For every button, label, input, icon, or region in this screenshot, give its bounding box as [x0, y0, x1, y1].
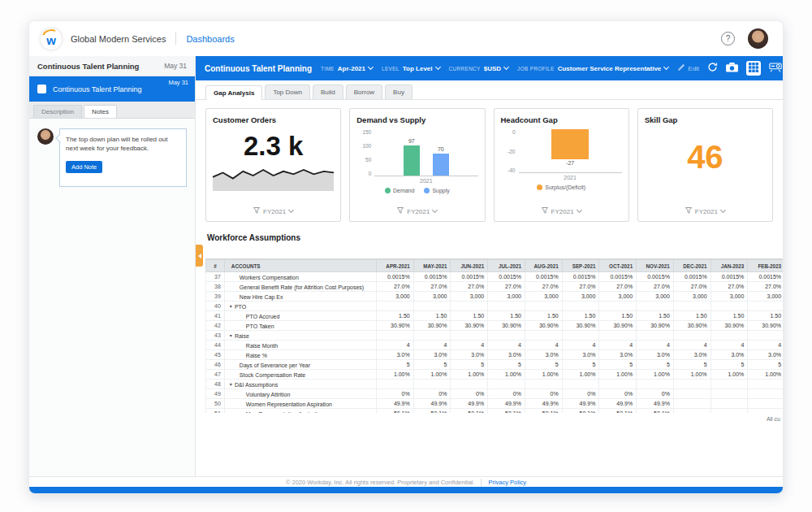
cell-value[interactable]: 30.90%: [599, 321, 637, 331]
cell-value[interactable]: 1.50: [488, 311, 525, 321]
cell-value[interactable]: [599, 331, 637, 341]
cell-value[interactable]: 1.00%: [377, 370, 414, 380]
cell-value[interactable]: 5: [488, 360, 525, 370]
cell-value[interactable]: 4: [748, 341, 783, 350]
cell-value[interactable]: 30.90%: [710, 321, 748, 331]
cell-value[interactable]: 1.00%: [637, 370, 674, 380]
cell-value[interactable]: 3.0%: [599, 350, 637, 360]
cell-value[interactable]: 3,000: [748, 292, 783, 302]
table-row[interactable]: 44Raise Month444444444444: [206, 341, 784, 350]
cell-value[interactable]: 27.0%: [525, 282, 562, 292]
cell-value[interactable]: 30.90%: [637, 321, 674, 331]
table-row[interactable]: 39New Hire Cap Ex3,0003,0003,0003,0003,0…: [206, 292, 784, 302]
tab-gap-analysis[interactable]: Gap Analysis: [205, 85, 262, 100]
table-row[interactable]: 37Workers Compensation0.0015%0.0015%0.00…: [206, 272, 784, 282]
cell-value[interactable]: 5: [748, 360, 783, 370]
workforce-table-container[interactable]: #ACCOUNTSAPR-2021MAY-2021JUN-2021JUL-202…: [205, 258, 783, 413]
cell-value[interactable]: 3,000: [562, 292, 599, 302]
table-row[interactable]: 48▾D&I Assumptions: [206, 380, 784, 389]
cell-value[interactable]: 4: [451, 341, 488, 350]
cell-value[interactable]: 1.50: [525, 311, 562, 321]
cell-value[interactable]: 49.9%: [451, 399, 488, 409]
cell-value[interactable]: [673, 331, 710, 341]
cell-value[interactable]: [562, 380, 599, 389]
tab-build[interactable]: Build: [313, 85, 343, 99]
cell-value[interactable]: 1.50: [748, 311, 783, 321]
table-row[interactable]: 46Days of Severance per Year555555555555: [206, 360, 784, 370]
cell-value[interactable]: [488, 331, 525, 341]
cell-value[interactable]: 4: [637, 341, 674, 350]
cell-value[interactable]: 3.0%: [413, 350, 451, 360]
deficit-bar[interactable]: [551, 129, 589, 159]
cell-value[interactable]: [748, 380, 783, 389]
cell-value[interactable]: 4: [488, 341, 525, 350]
user-avatar[interactable]: [748, 28, 768, 49]
privacy-policy-link[interactable]: Privacy Policy: [488, 479, 526, 486]
cell-value[interactable]: 4: [525, 341, 562, 350]
cell-value[interactable]: [377, 302, 414, 311]
table-row[interactable]: 40▾PTO: [206, 302, 784, 311]
cell-value[interactable]: [710, 399, 748, 409]
cell-value[interactable]: 0.0015%: [525, 272, 562, 282]
cell-value[interactable]: 1.00%: [710, 370, 748, 380]
screenshot-button[interactable]: [726, 61, 738, 76]
sidebar-item-continuous-talent-planning[interactable]: Continuous Talent Planning May 31: [29, 76, 195, 102]
cell-value[interactable]: 0.0015%: [413, 272, 451, 282]
period-selector[interactable]: FY2021: [356, 204, 477, 217]
cell-value[interactable]: 0.0015%: [451, 272, 488, 282]
collapse-caret-icon[interactable]: ▾: [230, 304, 232, 309]
cell-value[interactable]: [748, 331, 783, 341]
cell-value[interactable]: [525, 302, 562, 311]
cell-value[interactable]: 27.0%: [599, 282, 637, 292]
cell-value[interactable]: 27.0%: [413, 282, 451, 292]
cell-value[interactable]: 0.0015%: [488, 272, 525, 282]
cell-value[interactable]: [748, 389, 783, 399]
cell-value[interactable]: [710, 331, 748, 341]
table-row[interactable]: 50Women Representation Aspiration49.9%49…: [206, 399, 784, 409]
tab-buy[interactable]: Buy: [385, 85, 412, 99]
table-row[interactable]: 49Voluntary Attrition0%0%0%0%0%0%0%0%: [206, 389, 784, 399]
filter-level[interactable]: LEVEL Top Level: [382, 65, 440, 72]
cell-value[interactable]: [637, 331, 674, 341]
cell-value[interactable]: 30.90%: [748, 321, 783, 331]
cell-value[interactable]: 3.0%: [377, 350, 414, 360]
cell-value[interactable]: 4: [377, 341, 414, 350]
cell-value[interactable]: [488, 302, 525, 311]
cell-value[interactable]: 30.90%: [377, 321, 414, 331]
table-row[interactable]: 43▾Raise: [206, 331, 784, 341]
cell-value[interactable]: 5: [413, 360, 451, 370]
help-button[interactable]: ?: [721, 32, 735, 46]
cell-value[interactable]: 30.90%: [488, 321, 525, 331]
cell-value[interactable]: 0%: [637, 389, 674, 399]
checkbox[interactable]: [37, 85, 46, 93]
cell-value[interactable]: 0%: [599, 389, 637, 399]
cell-value[interactable]: [488, 380, 525, 389]
cell-value[interactable]: [562, 331, 599, 341]
cell-value[interactable]: 0.0015%: [377, 272, 414, 282]
cell-value[interactable]: 4: [673, 341, 710, 350]
cell-value[interactable]: 49.9%: [562, 399, 599, 409]
cell-value[interactable]: 0%: [377, 389, 414, 399]
cell-value[interactable]: [377, 380, 414, 389]
filter-time[interactable]: TIME Apr-2021: [321, 65, 373, 72]
cell-value[interactable]: [710, 302, 748, 311]
cell-value[interactable]: 27.0%: [451, 282, 488, 292]
cell-value[interactable]: 0%: [413, 389, 451, 399]
cell-value[interactable]: 27.0%: [488, 282, 525, 292]
table-row[interactable]: 45Raise %3.0%3.0%3.0%3.0%3.0%3.0%3.0%3.0…: [206, 350, 784, 360]
cell-value[interactable]: [413, 302, 451, 311]
cell-value[interactable]: 3,000: [488, 292, 525, 302]
cell-value[interactable]: 27.0%: [637, 282, 674, 292]
cell-value[interactable]: 30.90%: [562, 321, 599, 331]
cell-value[interactable]: [710, 380, 748, 389]
cell-value[interactable]: 4: [710, 341, 748, 350]
cell-value[interactable]: [637, 380, 674, 389]
cell-value[interactable]: [451, 331, 488, 341]
cell-value[interactable]: 4: [413, 341, 451, 350]
cell-value[interactable]: 3,000: [673, 292, 710, 302]
cell-value[interactable]: 0%: [525, 389, 562, 399]
cell-value[interactable]: 5: [525, 360, 562, 370]
cell-value[interactable]: 5: [377, 360, 414, 370]
cell-value[interactable]: 30.90%: [451, 321, 488, 331]
cell-value[interactable]: 0.0015%: [748, 272, 783, 282]
